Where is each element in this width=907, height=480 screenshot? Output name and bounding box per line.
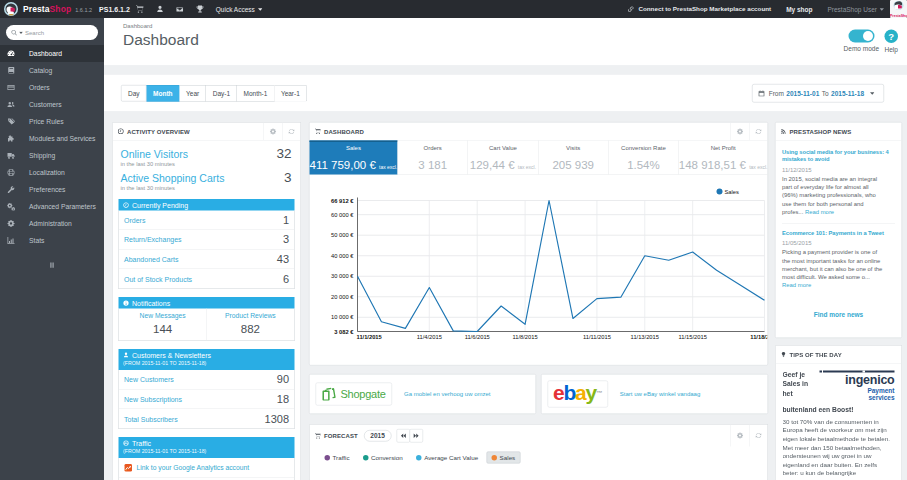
page-title: Dashboard: [123, 31, 199, 49]
quick-access-menu[interactable]: Quick Access: [216, 5, 263, 13]
messages-icon[interactable]: [170, 5, 190, 13]
cart-icon[interactable]: [130, 5, 150, 14]
cogs-icon: [7, 203, 15, 211]
kpi-orders[interactable]: Orders3 181: [397, 141, 467, 175]
sidebar-item-stats[interactable]: Stats: [0, 232, 104, 249]
ebay-ad-card[interactable]: ebay™ Start uw eBay winkel vandaag: [541, 374, 768, 414]
active-carts-link[interactable]: Active Shopping Carts: [121, 173, 225, 185]
panel-refresh-button[interactable]: [749, 425, 768, 447]
traffic-section: Traffic (FROM 2015-11-01 TO 2015-11-18) …: [119, 437, 295, 480]
ebay-link[interactable]: Start uw eBay winkel vandaag: [620, 391, 700, 398]
shopgate-link[interactable]: Ga mobiel en verhoog uw omzet: [404, 391, 490, 398]
sidebar-item-advanced-parameters[interactable]: Advanced Parameters: [0, 198, 104, 215]
sidebar-item-dashboard[interactable]: Dashboard: [0, 45, 104, 62]
my-shop-link[interactable]: My shop: [786, 5, 812, 13]
read-more-link[interactable]: Read more: [805, 208, 834, 215]
sidebar-item-administration[interactable]: Administration: [0, 215, 104, 232]
kpi-cart-value[interactable]: Cart Value129,44 € tax excl.: [468, 141, 538, 175]
shopgate-ad-card[interactable]: Shopgate Ga mobiel en verhoog uw omzet: [309, 374, 536, 414]
help-button[interactable]: ?: [885, 30, 899, 44]
sidebar-item-modules[interactable]: Modules and Services: [0, 130, 104, 147]
sidebar: Dashboard Catalog Orders Customers Price…: [0, 18, 104, 480]
range-year-button[interactable]: Year: [180, 85, 207, 102]
panel-settings-button[interactable]: [264, 123, 283, 141]
sidebar-collapse-button[interactable]: [0, 260, 104, 269]
angles-left-icon: [399, 432, 407, 440]
prestashop-logo[interactable]: [4, 2, 18, 16]
chevron-down-icon: [19, 31, 23, 34]
svg-text:11/4/2015: 11/4/2015: [417, 334, 442, 340]
news-item: Ecommerce 101: Payments in a Tweet 11/05…: [782, 229, 895, 289]
shop-name[interactable]: PS1.6.1.2: [99, 5, 130, 13]
user-menu[interactable]: PrestaShop User: [828, 5, 885, 13]
news-title-link[interactable]: Ecommerce 101: Payments in a Tweet: [782, 229, 895, 236]
conversion-dot: [363, 455, 369, 461]
panel-settings-button[interactable]: [731, 123, 750, 141]
kpi-conversion-rate[interactable]: Conversion Rate1.54%: [608, 141, 678, 175]
demo-mode-toggle[interactable]: [848, 30, 874, 43]
stats-icon[interactable]: [190, 5, 210, 13]
out-of-stock-row[interactable]: Out of Stock Products6: [119, 269, 294, 289]
rows-label: Total Subscribers: [124, 415, 178, 423]
new-subscriptions-row[interactable]: New Subscriptions18: [119, 390, 294, 410]
tags-icon: [7, 118, 15, 126]
items-label: Orders: [29, 84, 50, 92]
rows-value: 90: [277, 373, 289, 386]
rows-label: Abandoned Carts: [124, 255, 178, 263]
new-messages-cell[interactable]: New Messages144: [119, 309, 206, 341]
cart-icon: [315, 432, 322, 439]
angles-right-icon: [412, 432, 420, 440]
legend-traffic[interactable]: Traffic: [320, 452, 355, 464]
range-day-button[interactable]: Day: [121, 85, 147, 102]
svg-text:11/18/2015: 11/18/2015: [750, 334, 767, 340]
forecast-next-button[interactable]: [409, 429, 423, 443]
kpi-visits[interactable]: Visits205 939: [538, 141, 608, 175]
panel-refresh-button[interactable]: [282, 123, 301, 141]
sidebar-item-orders[interactable]: Orders: [0, 79, 104, 96]
kpi-sales[interactable]: Sales411 759,00 € tax excl.: [310, 141, 398, 175]
sidebar-item-shipping[interactable]: Shipping: [0, 147, 104, 164]
total-subscribers-row[interactable]: Total Subscribers1308: [119, 409, 294, 429]
kpi-net-profit[interactable]: Net Profit148 918,51 € tax excl.: [678, 141, 767, 175]
abandoned-carts-row[interactable]: Abandoned Carts43: [119, 250, 294, 270]
sidebar-item-catalog[interactable]: Catalog: [0, 62, 104, 79]
pending-orders-row[interactable]: Orders1: [119, 211, 294, 231]
sidebar-item-preferences[interactable]: Preferences: [0, 181, 104, 198]
range-month-button[interactable]: Month: [147, 85, 180, 102]
sidebar-search[interactable]: [6, 25, 98, 40]
toolbar-date-from: 2015-11-01: [786, 90, 819, 98]
kpi-row: Sales411 759,00 € tax excl. Orders3 181 …: [310, 141, 768, 176]
customers-newsletters-section: Customers & Newsletters (FROM 2015-11-01…: [119, 349, 295, 429]
avatar[interactable]: PrestaShop: [890, 0, 907, 18]
legend-conversion[interactable]: Conversion: [358, 452, 408, 464]
customers-icon[interactable]: [150, 5, 170, 13]
legend-sales[interactable]: Sales: [487, 452, 521, 464]
range-day-1-button[interactable]: Day-1: [206, 85, 237, 102]
sidebar-item-customers[interactable]: Customers: [0, 96, 104, 113]
sidebar-item-price-rules[interactable]: Price Rules: [0, 113, 104, 130]
new-customers-row[interactable]: New Customers90: [119, 370, 294, 390]
product-reviews-cell[interactable]: Product Reviews882: [206, 309, 294, 341]
range-year-1-button[interactable]: Year-1: [274, 85, 306, 102]
pending-returns-row[interactable]: Return/Exchanges3: [119, 230, 294, 250]
brand-name[interactable]: PrestaShop: [23, 4, 71, 14]
panel-settings-button[interactable]: [731, 425, 750, 447]
ebay-letters: b: [563, 382, 575, 403]
search-input[interactable]: [25, 29, 80, 36]
legend-average-cart-value[interactable]: Average Cart Value: [411, 452, 483, 464]
kpis-value: 411 759,00 €: [310, 158, 376, 171]
date-range-picker[interactable]: From2015-11-01 To2015-11-18: [752, 84, 884, 103]
sidebar-item-localization[interactable]: Localization: [0, 164, 104, 181]
news-title-link[interactable]: Using social media for your business: 4 …: [782, 149, 895, 163]
online-visitors-link[interactable]: Online Visitors: [121, 148, 189, 160]
forecast-title: FORECAST: [324, 432, 358, 439]
marketplace-link[interactable]: Connect to PrestaShop Marketplace accoun…: [627, 5, 771, 13]
read-more-link[interactable]: Read more: [782, 281, 811, 288]
items-label: Stats: [29, 237, 44, 245]
google-analytics-link[interactable]: Link to your Google Analytics account: [119, 458, 294, 478]
panel-refresh-button[interactable]: [749, 123, 768, 141]
range-month-1-button[interactable]: Month-1: [237, 85, 274, 102]
forecast-prev-button[interactable]: [396, 429, 410, 443]
ingenico-logo: ingenico Paymentservices: [820, 371, 895, 402]
find-more-news-link[interactable]: Find more news: [782, 311, 895, 319]
